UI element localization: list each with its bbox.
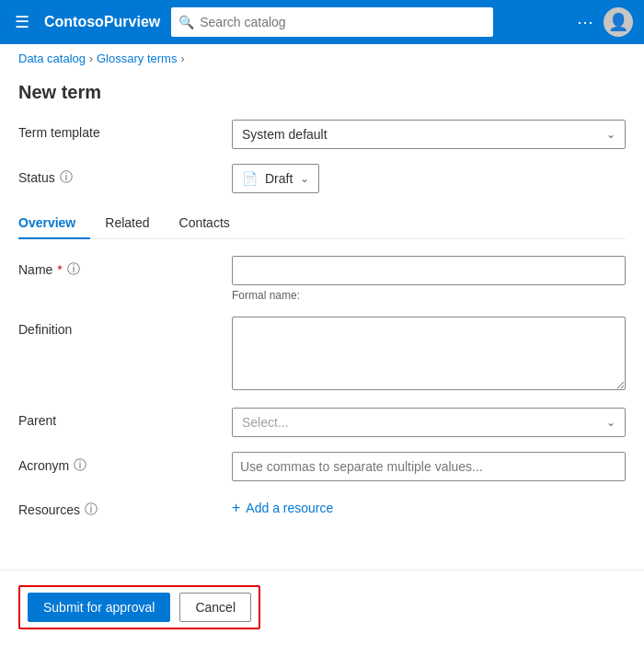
resources-info-icon[interactable]: ⓘ: [85, 501, 98, 518]
parent-placeholder: Select...: [242, 415, 289, 430]
search-input[interactable]: [200, 15, 486, 29]
definition-input[interactable]: [232, 317, 626, 390]
name-input[interactable]: [232, 256, 626, 285]
add-resource-plus-icon: +: [232, 500, 240, 516]
name-control: Formal name:: [232, 256, 626, 302]
resources-row: Resources ⓘ + Add a resource: [18, 496, 626, 518]
main-content: New term Term template System default ⌄ …: [0, 73, 644, 551]
search-bar[interactable]: 🔍: [171, 7, 493, 37]
avatar[interactable]: 👤: [604, 7, 633, 37]
tab-related[interactable]: Related: [90, 208, 164, 239]
term-template-dropdown[interactable]: System default ⌄: [232, 120, 626, 149]
tabs: Overview Related Contacts: [18, 208, 626, 239]
term-template-row: Term template System default ⌄: [18, 120, 626, 149]
breadcrumb-separator-1: ›: [89, 52, 93, 65]
page-title: New term: [18, 82, 626, 103]
acronym-row: Acronym ⓘ: [18, 452, 626, 481]
breadcrumb-glossary-terms[interactable]: Glossary terms: [97, 52, 177, 65]
status-info-icon[interactable]: ⓘ: [60, 169, 73, 186]
cancel-button[interactable]: Cancel: [179, 593, 251, 622]
term-template-value: System default: [242, 127, 328, 142]
formal-name-label: Formal name:: [232, 289, 626, 302]
status-row: Status ⓘ 📄 Draft ⌄: [18, 164, 626, 193]
resources-control: + Add a resource: [232, 496, 626, 516]
tab-contacts[interactable]: Contacts: [165, 208, 245, 239]
term-template-label: Term template: [18, 120, 221, 140]
acronym-label: Acronym ⓘ: [18, 452, 221, 474]
breadcrumb-data-catalog[interactable]: Data catalog: [18, 52, 86, 65]
parent-label: Parent: [18, 408, 221, 428]
breadcrumb: Data catalog › Glossary terms ›: [0, 44, 644, 73]
parent-dropdown[interactable]: Select... ⌄: [232, 408, 626, 437]
definition-label: Definition: [18, 317, 221, 337]
term-template-chevron-icon: ⌄: [606, 128, 615, 141]
definition-row: Definition: [18, 317, 626, 393]
status-chevron-icon: ⌄: [300, 172, 309, 185]
search-icon: 🔍: [178, 15, 194, 29]
more-options-icon[interactable]: ⋯: [577, 12, 594, 32]
status-control: 📄 Draft ⌄: [232, 164, 626, 193]
acronym-info-icon[interactable]: ⓘ: [74, 457, 86, 474]
parent-row: Parent Select... ⌄: [18, 408, 626, 437]
acronym-input[interactable]: [232, 452, 626, 481]
status-label: Status ⓘ: [18, 164, 221, 186]
submit-button[interactable]: Submit for approval: [28, 593, 170, 622]
resources-label: Resources ⓘ: [18, 496, 221, 518]
parent-chevron-icon: ⌄: [606, 416, 615, 429]
hamburger-icon[interactable]: ☰: [11, 8, 33, 36]
definition-control: [232, 317, 626, 393]
status-value: Draft: [265, 171, 293, 186]
tab-overview[interactable]: Overview: [18, 208, 90, 239]
app-title: ContosoPurview: [44, 14, 160, 30]
add-resource-button[interactable]: + Add a resource: [232, 496, 626, 516]
acronym-control: [232, 452, 626, 481]
status-doc-icon: 📄: [242, 171, 258, 186]
term-template-control: System default ⌄: [232, 120, 626, 149]
topbar: ☰ ContosoPurview 🔍 ⋯ 👤: [0, 0, 644, 44]
add-resource-label: Add a resource: [246, 501, 333, 515]
name-info-icon[interactable]: ⓘ: [67, 261, 80, 278]
name-row: Name * ⓘ Formal name:: [18, 256, 626, 302]
status-dropdown[interactable]: 📄 Draft ⌄: [232, 164, 319, 193]
footer: Submit for approval Cancel: [0, 570, 644, 644]
topbar-right: ⋯ 👤: [577, 7, 633, 37]
breadcrumb-separator-2: ›: [180, 52, 184, 65]
parent-control: Select... ⌄: [232, 408, 626, 437]
footer-actions: Submit for approval Cancel: [18, 585, 260, 629]
name-required-star: *: [57, 262, 62, 277]
name-label: Name * ⓘ: [18, 256, 221, 278]
